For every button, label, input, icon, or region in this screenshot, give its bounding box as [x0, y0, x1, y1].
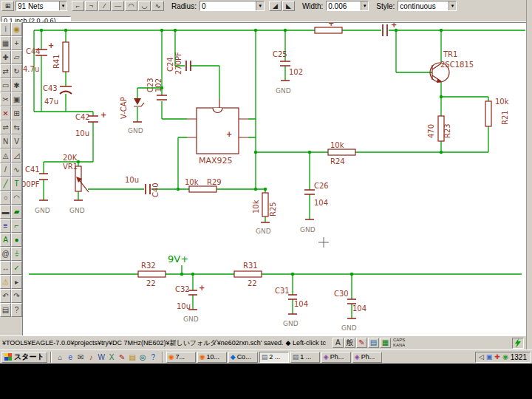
- tool-group-icon[interactable]: ▭: [0, 78, 11, 92]
- tool-text-icon[interactable]: T: [11, 177, 22, 191]
- tool-junction-icon[interactable]: ●: [11, 233, 22, 247]
- tool-wire-icon[interactable]: ╱: [0, 177, 11, 191]
- schematic-label: 4.7u: [23, 65, 39, 73]
- tool-show-icon[interactable]: ◉: [11, 22, 22, 36]
- tool-miter-icon[interactable]: ◿: [11, 149, 22, 163]
- tool-circle-icon[interactable]: ○: [0, 191, 11, 205]
- tool-mark-icon[interactable]: +: [11, 36, 22, 50]
- tool-pinswap-icon[interactable]: ⇌: [0, 120, 11, 134]
- tool-gateswap-icon[interactable]: ⇆: [11, 120, 22, 134]
- schematic-canvas[interactable]: C444.7u+R41C4347uC4210u+C4100PF20KVR1GND…: [22, 22, 526, 335]
- radius-select[interactable]: ▼: [200, 1, 265, 11]
- tool-change-icon[interactable]: ✱: [11, 78, 22, 92]
- tool-polygon-icon[interactable]: ▰: [11, 205, 22, 219]
- tool-value-icon[interactable]: V: [11, 134, 22, 149]
- layer-select-value[interactable]: [16, 1, 59, 10]
- tool-redo-icon[interactable]: ↷: [11, 289, 22, 303]
- tool-help-icon[interactable]: ?: [11, 303, 22, 317]
- tool-info-icon[interactable]: i: [0, 22, 11, 36]
- bend-45-icon[interactable]: ∕: [98, 1, 111, 11]
- start-button[interactable]: スタート: [1, 352, 47, 363]
- tool-rotate-icon[interactable]: ↻: [11, 64, 22, 78]
- schematic-label: GND: [300, 226, 316, 233]
- bend-arc-right-icon[interactable]: ◡: [138, 1, 151, 11]
- status-hint: ◆ Left-click tc: [285, 339, 325, 347]
- taskbtn-10[interactable]: ◉ 10...: [197, 352, 227, 363]
- layer-select[interactable]: ▼: [16, 1, 67, 11]
- tool-dimension-icon[interactable]: ↔: [0, 261, 11, 275]
- taskbtn-1[interactable]: ▤ 1 ...: [290, 352, 320, 363]
- width-value[interactable]: [327, 1, 361, 10]
- bend-free-icon[interactable]: ∿: [151, 1, 164, 11]
- tool-split-icon[interactable]: /: [0, 163, 11, 177]
- tool-bus-icon[interactable]: ≡: [0, 219, 11, 233]
- ime-dict-icon[interactable]: ▤: [368, 338, 379, 348]
- tray-display-icon[interactable]: ▣: [486, 353, 493, 361]
- drc-panel: [512, 338, 524, 349]
- tool-cut-icon[interactable]: ✂: [0, 92, 11, 106]
- radius-value[interactable]: [200, 1, 256, 10]
- tool-mirror-icon[interactable]: ⇄: [0, 64, 11, 78]
- tool-net-icon[interactable]: ⌐: [11, 219, 22, 233]
- schematic-label: 104: [352, 304, 366, 313]
- tool-errors-icon[interactable]: ⚠: [0, 275, 11, 289]
- tool-erc-icon[interactable]: ✓: [11, 261, 22, 275]
- ql-browser-icon[interactable]: e: [66, 352, 75, 362]
- tray-volume-icon[interactable]: ◁: [479, 353, 484, 361]
- ql-paint-icon[interactable]: ✎: [117, 352, 127, 362]
- taskbtn-ph2[interactable]: ◈ Ph...: [352, 352, 382, 363]
- ql-media-icon[interactable]: ♪: [86, 352, 96, 362]
- ql-search-icon[interactable]: ◎: [138, 352, 148, 362]
- tool-copy-icon[interactable]: ▱: [11, 50, 22, 64]
- tool-run-icon[interactable]: ▸: [11, 275, 22, 289]
- tool-smash-icon[interactable]: ◬: [0, 149, 11, 163]
- ql-mail-icon[interactable]: ✉: [76, 352, 86, 362]
- tool-undo-icon[interactable]: ↶: [0, 289, 11, 303]
- bend-straight-icon[interactable]: —: [112, 1, 124, 11]
- taskbtn-7[interactable]: ◉ 7...: [166, 352, 196, 363]
- start-label: スタート: [14, 352, 44, 362]
- chevron-down-icon[interactable]: ▼: [59, 1, 66, 10]
- ql-excel-icon[interactable]: X: [107, 352, 117, 362]
- taskbtn-2[interactable]: ▤ 2 ...: [259, 352, 289, 363]
- tool-print-icon[interactable]: ▤: [0, 303, 11, 317]
- ql-desktop-icon[interactable]: ⌂: [55, 352, 65, 362]
- bend-arc-left-icon[interactable]: ◠: [125, 1, 137, 11]
- ime-conversion-button[interactable]: 般: [344, 338, 355, 348]
- tool-invoke-icon[interactable]: ∿: [11, 163, 22, 177]
- tool-paste-icon[interactable]: ▣: [11, 92, 22, 106]
- tool-add-icon[interactable]: ⊞: [11, 106, 22, 120]
- tool-arc-icon[interactable]: ◠: [11, 191, 22, 205]
- miter-round-icon[interactable]: ◢: [269, 1, 282, 11]
- ime-mode-button[interactable]: A: [332, 338, 344, 348]
- tool-label-icon[interactable]: A: [0, 233, 11, 247]
- chevron-down-icon[interactable]: ▼: [361, 1, 368, 10]
- bend-90-up-icon[interactable]: ⌐: [72, 1, 84, 11]
- style-select[interactable]: ▼: [398, 1, 457, 11]
- origin-crosshair: [318, 237, 329, 248]
- miter-straight-icon[interactable]: ◣: [282, 1, 295, 11]
- tool-rect-icon[interactable]: ▬: [0, 205, 11, 219]
- tool-attribute-icon[interactable]: @: [0, 247, 11, 261]
- ql-help-icon[interactable]: ?: [149, 352, 158, 362]
- tool-move-icon[interactable]: ✚: [0, 50, 11, 64]
- chevron-down-icon[interactable]: ▼: [449, 1, 456, 10]
- width-select[interactable]: ▼: [326, 1, 369, 11]
- grid-icon[interactable]: ⊞: [1, 1, 14, 11]
- tray-network-icon[interactable]: ◉: [502, 353, 508, 361]
- tool-supply-icon[interactable]: ⏚: [11, 247, 22, 261]
- chevron-down-icon[interactable]: ▼: [256, 1, 264, 10]
- ime-pen-icon[interactable]: ✎: [356, 338, 367, 348]
- ql-folder-icon[interactable]: ▤: [128, 352, 137, 362]
- taskbtn-ph1[interactable]: ◈ Ph...: [321, 352, 351, 363]
- ql-word-icon[interactable]: W: [97, 352, 106, 362]
- style-value[interactable]: [398, 1, 449, 10]
- bend-90-down-icon[interactable]: ¬: [85, 1, 98, 11]
- ime-pad-icon[interactable]: ▦: [380, 338, 391, 348]
- tool-name-icon[interactable]: N: [0, 134, 11, 149]
- tray-antivirus-icon[interactable]: ✚: [494, 353, 500, 361]
- tool-delete-icon[interactable]: ✕: [0, 106, 11, 120]
- tool-display-icon[interactable]: ▦: [0, 36, 11, 50]
- taskbtn-co[interactable]: ◆ Co...: [228, 352, 258, 363]
- schematic-label: 47u: [44, 98, 58, 106]
